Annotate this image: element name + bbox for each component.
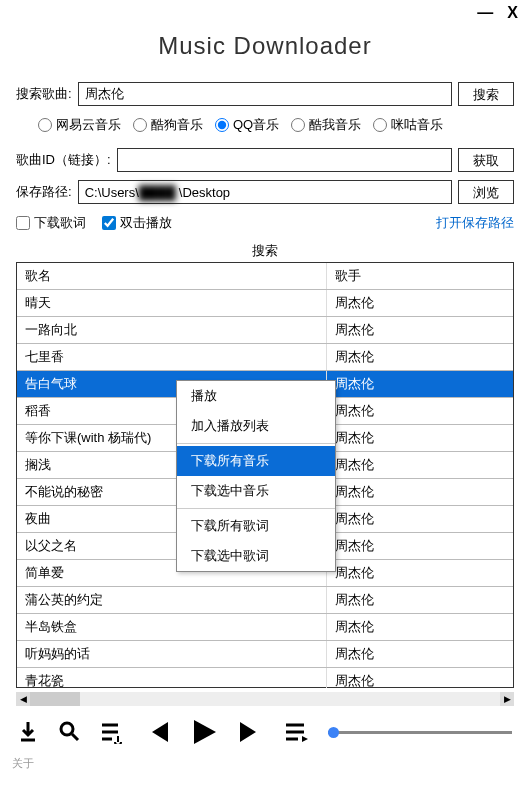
cell-artist: 周杰伦 bbox=[327, 398, 513, 424]
menu-item-0[interactable]: 播放 bbox=[177, 381, 335, 411]
column-name[interactable]: 歌名 bbox=[17, 263, 327, 289]
cell-artist: 周杰伦 bbox=[327, 425, 513, 451]
source-label: 网易云音乐 bbox=[56, 116, 121, 134]
download-lyrics-label: 下载歌词 bbox=[34, 214, 86, 232]
download-lyrics-checkbox[interactable]: 下载歌词 bbox=[16, 214, 86, 232]
cell-artist: 周杰伦 bbox=[327, 668, 513, 688]
menu-item-5[interactable]: 下载选中歌词 bbox=[177, 541, 335, 571]
cell-artist: 周杰伦 bbox=[327, 533, 513, 559]
tab-search[interactable]: 搜索 bbox=[0, 238, 530, 262]
search-input[interactable] bbox=[78, 82, 452, 106]
source-radio-4[interactable]: 咪咕音乐 bbox=[373, 116, 443, 134]
cell-artist: 周杰伦 bbox=[327, 317, 513, 343]
cell-artist: 周杰伦 bbox=[327, 479, 513, 505]
song-id-input[interactable] bbox=[117, 148, 452, 172]
cell-artist: 周杰伦 bbox=[327, 560, 513, 586]
cell-artist: 周杰伦 bbox=[327, 587, 513, 613]
close-button[interactable]: X bbox=[507, 4, 518, 22]
cell-artist: 周杰伦 bbox=[327, 614, 513, 640]
source-radio-3[interactable]: 酷我音乐 bbox=[291, 116, 361, 134]
song-id-label: 歌曲ID（链接）: bbox=[16, 151, 111, 169]
footer-about[interactable]: 关于 bbox=[0, 752, 530, 775]
context-menu: 播放加入播放列表下载所有音乐下载选中音乐下载所有歌词下载选中歌词 bbox=[176, 380, 336, 572]
svg-point-0 bbox=[61, 723, 73, 735]
source-label: 酷狗音乐 bbox=[151, 116, 203, 134]
cell-name: 半岛铁盒 bbox=[17, 614, 327, 640]
minimize-button[interactable]: — bbox=[477, 4, 493, 22]
source-radio-0[interactable]: 网易云音乐 bbox=[38, 116, 121, 134]
search-label: 搜索歌曲: bbox=[16, 85, 72, 103]
progress-bar[interactable] bbox=[328, 731, 512, 734]
path-suffix: \Desktop bbox=[179, 185, 230, 200]
table-row[interactable]: 蒲公英的约定周杰伦 bbox=[17, 587, 513, 614]
progress-thumb[interactable] bbox=[328, 727, 339, 738]
table-row[interactable]: 青花瓷周杰伦 bbox=[17, 668, 513, 688]
cell-name: 七里香 bbox=[17, 344, 327, 370]
cell-artist: 周杰伦 bbox=[327, 452, 513, 478]
table-row[interactable]: 一路向北周杰伦 bbox=[17, 317, 513, 344]
menu-item-2[interactable]: 下载所有音乐 bbox=[177, 446, 335, 476]
browse-button[interactable]: 浏览 bbox=[458, 180, 514, 204]
search-icon[interactable] bbox=[58, 720, 80, 744]
cell-name: 一路向北 bbox=[17, 317, 327, 343]
source-label: QQ音乐 bbox=[233, 116, 279, 134]
cell-artist: 周杰伦 bbox=[327, 641, 513, 667]
save-path-input[interactable]: C:\Users\████\Desktop bbox=[78, 180, 452, 204]
scroll-right-arrow[interactable]: ▶ bbox=[500, 692, 514, 706]
queue-icon[interactable] bbox=[284, 720, 308, 744]
table-row[interactable]: 半岛铁盒周杰伦 bbox=[17, 614, 513, 641]
source-label: 咪咕音乐 bbox=[391, 116, 443, 134]
horizontal-scrollbar[interactable]: ◀ ▶ bbox=[16, 692, 514, 706]
menu-item-4[interactable]: 下载所有歌词 bbox=[177, 511, 335, 541]
table-row[interactable]: 晴天周杰伦 bbox=[17, 290, 513, 317]
playlist-icon[interactable] bbox=[100, 720, 124, 744]
cell-artist: 周杰伦 bbox=[327, 371, 513, 397]
next-icon[interactable] bbox=[238, 719, 264, 745]
source-radio-1[interactable]: 酷狗音乐 bbox=[133, 116, 203, 134]
app-title: Music Downloader bbox=[0, 26, 530, 78]
path-blurred: ████ bbox=[139, 185, 179, 200]
cell-name: 听妈妈的话 bbox=[17, 641, 327, 667]
play-icon[interactable] bbox=[190, 718, 218, 746]
column-artist[interactable]: 歌手 bbox=[327, 263, 513, 289]
source-radios: 网易云音乐酷狗音乐QQ音乐酷我音乐咪咕音乐 bbox=[0, 110, 530, 144]
download-icon[interactable] bbox=[18, 720, 38, 744]
dblclick-play-checkbox[interactable]: 双击播放 bbox=[102, 214, 172, 232]
cell-artist: 周杰伦 bbox=[327, 290, 513, 316]
cell-name: 青花瓷 bbox=[17, 668, 327, 688]
open-save-path-link[interactable]: 打开保存路径 bbox=[436, 214, 514, 232]
path-prefix: C:\Users\ bbox=[85, 185, 139, 200]
table-row[interactable]: 听妈妈的话周杰伦 bbox=[17, 641, 513, 668]
menu-item-3[interactable]: 下载选中音乐 bbox=[177, 476, 335, 506]
menu-item-1[interactable]: 加入播放列表 bbox=[177, 411, 335, 441]
save-path-label: 保存路径: bbox=[16, 183, 72, 201]
scroll-left-arrow[interactable]: ◀ bbox=[16, 692, 30, 706]
cell-name: 蒲公英的约定 bbox=[17, 587, 327, 613]
cell-artist: 周杰伦 bbox=[327, 344, 513, 370]
player-toolbar bbox=[0, 706, 530, 752]
fetch-button[interactable]: 获取 bbox=[458, 148, 514, 172]
search-button[interactable]: 搜索 bbox=[458, 82, 514, 106]
table-row[interactable]: 七里香周杰伦 bbox=[17, 344, 513, 371]
cell-artist: 周杰伦 bbox=[327, 506, 513, 532]
scroll-thumb[interactable] bbox=[30, 692, 80, 706]
source-radio-2[interactable]: QQ音乐 bbox=[215, 116, 279, 134]
source-label: 酷我音乐 bbox=[309, 116, 361, 134]
dblclick-play-label: 双击播放 bbox=[120, 214, 172, 232]
prev-icon[interactable] bbox=[144, 719, 170, 745]
cell-name: 晴天 bbox=[17, 290, 327, 316]
